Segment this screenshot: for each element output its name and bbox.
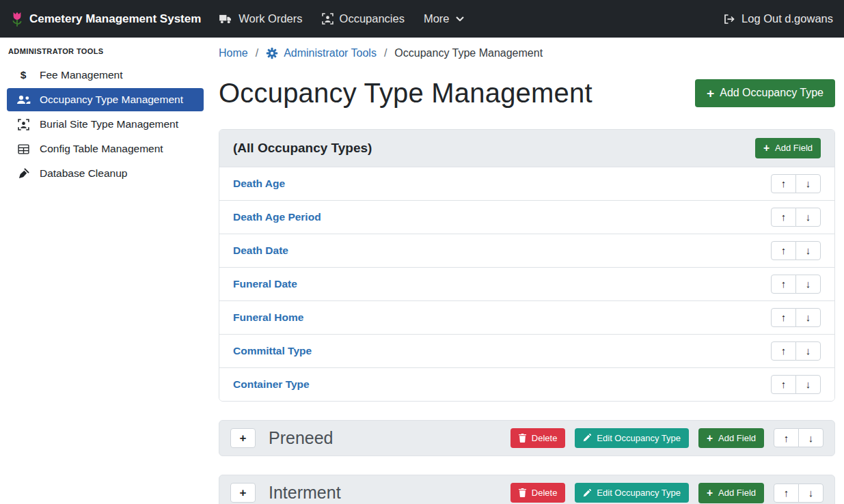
move-down-button[interactable]: ↓ <box>795 341 821 361</box>
arrow-up-icon: ↑ <box>781 245 787 255</box>
pencil-icon <box>583 489 591 497</box>
dollar-icon: $ <box>15 69 31 81</box>
edit-occupancy-type-button[interactable]: Edit Occupancy Type <box>575 483 689 503</box>
sidebar: ADMINISTRATOR TOOLS $ Fee Management Occ… <box>0 38 210 504</box>
move-up-button[interactable]: ↑ <box>771 375 796 394</box>
trash-icon <box>519 488 526 497</box>
app-title: Cemetery Management System <box>29 12 201 26</box>
sidebar-item-label: Burial Site Type Management <box>40 118 178 130</box>
navbar-menu: Work Orders Occupancies More <box>209 12 473 25</box>
arrow-up-icon: ↑ <box>784 488 789 498</box>
arrow-up-icon: ↑ <box>784 433 789 443</box>
breadcrumb-administrator-tools-label: Administrator Tools <box>284 47 377 59</box>
arrow-down-icon: ↓ <box>806 379 811 389</box>
page-title: Occupancy Type Management <box>219 78 593 109</box>
field-link[interactable]: Funeral Home <box>233 311 303 324</box>
sidebar-item-fee-management[interactable]: $ Fee Management <box>7 64 204 87</box>
nav-more[interactable]: More <box>414 12 474 25</box>
field-row: Committal Type ↑ ↓ <box>219 335 834 368</box>
reorder-controls: ↑ ↓ <box>771 375 821 394</box>
plus-icon: + <box>763 143 770 154</box>
field-row: Death Date ↑ ↓ <box>219 234 834 268</box>
move-up-button[interactable]: ↑ <box>771 208 796 227</box>
arrow-up-icon: ↑ <box>781 346 787 356</box>
breadcrumb-administrator-tools[interactable]: Administrator Tools <box>266 47 377 59</box>
move-up-button[interactable]: ↑ <box>771 308 796 327</box>
move-down-button[interactable]: ↓ <box>795 308 821 327</box>
chevron-down-icon <box>456 16 464 21</box>
arrow-down-icon: ↓ <box>806 178 811 188</box>
sidebar-item-label: Config Table Management <box>40 143 163 155</box>
field-link[interactable]: Funeral Date <box>233 278 297 290</box>
expand-button[interactable]: + <box>230 428 256 448</box>
reorder-controls: ↑ ↓ <box>771 174 821 193</box>
reorder-controls: ↑ ↓ <box>771 308 821 327</box>
move-up-button[interactable]: ↑ <box>771 241 796 260</box>
move-down-button[interactable]: ↓ <box>798 428 823 447</box>
plus-icon: + <box>707 488 713 499</box>
move-up-button[interactable]: ↑ <box>774 428 799 447</box>
add-field-button[interactable]: + Add Field <box>698 428 764 449</box>
sidebar-item-burial-site-type-management[interactable]: Burial Site Type Management <box>7 113 204 136</box>
gear-icon <box>266 47 278 59</box>
add-field-button[interactable]: + Add Field <box>698 483 764 503</box>
field-link[interactable]: Container Type <box>233 378 310 391</box>
arrow-down-icon: ↓ <box>806 312 811 322</box>
section-actions: Delete Edit Occupancy Type + Add Field ↑ <box>511 428 823 449</box>
sidebar-item-label: Database Cleanup <box>40 167 127 180</box>
sidebar-heading: ADMINISTRATOR TOOLS <box>0 43 210 62</box>
delete-button[interactable]: Delete <box>511 483 566 503</box>
breadcrumb-home[interactable]: Home <box>219 47 248 59</box>
sidebar-item-occupancy-type-management[interactable]: Occupancy Type Management <box>7 88 204 111</box>
expand-button[interactable]: + <box>230 483 256 503</box>
edit-occupancy-type-button[interactable]: Edit Occupancy Type <box>575 428 689 448</box>
arrow-up-icon: ↑ <box>781 379 787 389</box>
move-down-button[interactable]: ↓ <box>798 484 823 503</box>
move-down-button[interactable]: ↓ <box>795 241 821 260</box>
plus-icon: + <box>707 87 714 100</box>
pencil-icon <box>583 434 591 442</box>
arrow-down-icon: ↓ <box>808 488 814 498</box>
table-icon <box>15 143 31 155</box>
field-link[interactable]: Committal Type <box>233 345 312 357</box>
card-title: (All Occupancy Types) <box>233 141 372 156</box>
move-up-button[interactable]: ↑ <box>774 484 799 503</box>
breadcrumb-separator: / <box>384 47 387 59</box>
sidebar-item-label: Fee Management <box>40 69 123 81</box>
sidebar-item-database-cleanup[interactable]: Database Cleanup <box>7 162 204 185</box>
logout-link[interactable]: Log Out d.gowans <box>723 12 833 25</box>
move-up-button[interactable]: ↑ <box>771 341 796 361</box>
move-down-button[interactable]: ↓ <box>795 375 821 394</box>
main-content: Home / Administrat <box>210 38 844 504</box>
delete-button[interactable]: Delete <box>511 428 566 448</box>
field-row: Death Age Period ↑ ↓ <box>219 201 834 234</box>
field-row: Death Age ↑ ↓ <box>219 167 834 201</box>
arrow-down-icon: ↓ <box>808 433 814 443</box>
app-brand[interactable]: Cemetery Management System <box>11 11 201 27</box>
add-field-button[interactable]: + Add Field <box>755 138 821 158</box>
add-occupancy-type-button[interactable]: + Add Occupancy Type <box>695 79 835 107</box>
sidebar-item-label: Occupancy Type Management <box>40 94 183 106</box>
field-link[interactable]: Death Age <box>233 178 285 190</box>
nav-occupancies[interactable]: Occupancies <box>312 12 414 25</box>
move-down-button[interactable]: ↓ <box>795 174 821 193</box>
arrow-up-icon: ↑ <box>781 279 787 289</box>
arrow-down-icon: ↓ <box>806 245 811 255</box>
reorder-controls: ↑ ↓ <box>774 484 823 503</box>
field-link[interactable]: Death Date <box>233 244 288 257</box>
broom-icon <box>15 168 31 180</box>
reorder-controls: ↑ ↓ <box>771 208 821 227</box>
reorder-controls: ↑ ↓ <box>771 241 821 260</box>
move-up-button[interactable]: ↑ <box>771 275 796 294</box>
breadcrumb: Home / Administrat <box>219 47 835 59</box>
arrow-up-icon: ↑ <box>781 312 787 322</box>
nav-occupancies-label: Occupancies <box>340 12 405 25</box>
plus-icon: + <box>240 487 247 499</box>
breadcrumb-home-label: Home <box>219 47 248 59</box>
nav-work-orders[interactable]: Work Orders <box>209 12 312 25</box>
sidebar-item-config-table-management[interactable]: Config Table Management <box>7 137 204 160</box>
field-link[interactable]: Death Age Period <box>233 211 321 223</box>
move-down-button[interactable]: ↓ <box>795 275 821 294</box>
move-down-button[interactable]: ↓ <box>795 208 821 227</box>
move-up-button[interactable]: ↑ <box>771 174 796 193</box>
